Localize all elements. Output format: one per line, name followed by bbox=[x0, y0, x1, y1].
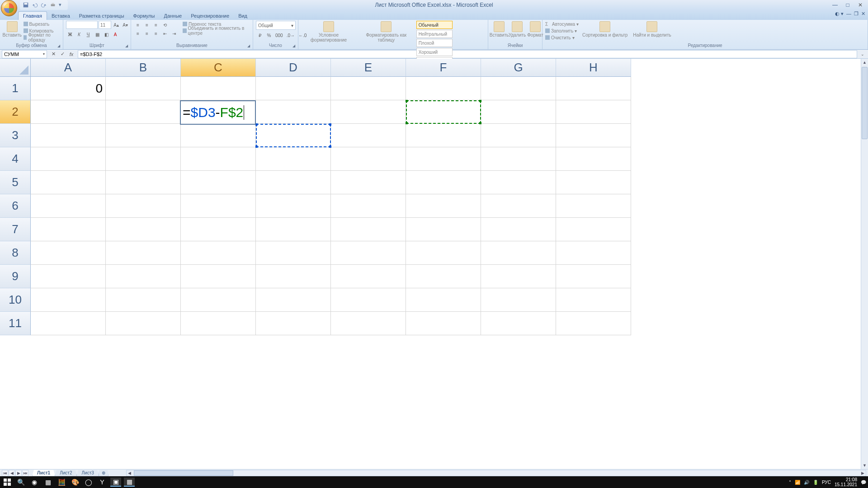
start-button[interactable] bbox=[2, 478, 13, 487]
scroll-left-button[interactable]: ◀ bbox=[127, 470, 133, 476]
taskbar-app-1[interactable]: ◉ bbox=[29, 478, 40, 487]
cell-H10[interactable] bbox=[556, 288, 631, 312]
cell-C1[interactable] bbox=[181, 77, 256, 100]
format-as-table-button[interactable]: Форматировать как таблицу bbox=[358, 21, 415, 43]
cell-H3[interactable] bbox=[556, 124, 631, 147]
cell-E4[interactable] bbox=[331, 147, 406, 171]
cell-A1[interactable]: 0 bbox=[31, 77, 106, 100]
sheet-nav-last[interactable]: ⏭ bbox=[22, 470, 28, 476]
tab-page-layout[interactable]: Разметка страницы bbox=[75, 12, 129, 20]
font-size-select[interactable]: 11 bbox=[99, 21, 111, 29]
cell-E11[interactable] bbox=[331, 312, 406, 335]
cell-A9[interactable] bbox=[31, 265, 106, 288]
cell-B1[interactable] bbox=[106, 77, 181, 100]
cell-C6[interactable] bbox=[181, 194, 256, 218]
tab-data[interactable]: Данные bbox=[159, 12, 186, 20]
insert-cells-button[interactable]: Вставить bbox=[491, 21, 507, 38]
cell-E6[interactable] bbox=[331, 194, 406, 218]
cell-G9[interactable] bbox=[481, 265, 556, 288]
percent-button[interactable]: % bbox=[265, 31, 273, 39]
cell-G2[interactable] bbox=[481, 100, 556, 124]
border-button[interactable]: ▦ bbox=[93, 30, 101, 38]
increase-decimal-button[interactable]: .0→ bbox=[285, 31, 296, 39]
row-header-3[interactable]: 3 bbox=[0, 124, 31, 147]
style-normal[interactable]: Обычный bbox=[416, 21, 453, 29]
doc-restore-button[interactable]: ❐ bbox=[854, 11, 859, 17]
cell-H4[interactable] bbox=[556, 147, 631, 171]
cell-A11[interactable] bbox=[31, 312, 106, 335]
hscroll-thumb[interactable] bbox=[134, 470, 233, 476]
merge-center-button[interactable]: Объединить и поместить в центре bbox=[183, 28, 250, 34]
style-bad[interactable]: Плохой bbox=[416, 39, 453, 47]
fill-button[interactable]: Заполнить ▾ bbox=[545, 28, 579, 34]
vertical-scrollbar[interactable]: ▲ ▼ bbox=[861, 59, 868, 469]
cell-H5[interactable] bbox=[556, 171, 631, 194]
cell-H11[interactable] bbox=[556, 312, 631, 335]
bold-button[interactable]: Ж bbox=[66, 30, 74, 38]
cell-B4[interactable] bbox=[106, 147, 181, 171]
close-button[interactable]: ✕ bbox=[854, 1, 866, 9]
tab-view[interactable]: Вид bbox=[234, 12, 252, 20]
format-painter-button[interactable]: Формат по образцу bbox=[24, 34, 60, 41]
cell-G7[interactable] bbox=[481, 218, 556, 241]
conditional-formatting-button[interactable]: Условное форматирование bbox=[301, 21, 356, 43]
style-neutral[interactable]: Нейтральный bbox=[416, 30, 453, 38]
cell-B8[interactable] bbox=[106, 241, 181, 265]
taskbar-paint[interactable]: 🎨 bbox=[70, 478, 80, 487]
currency-button[interactable]: ₽ bbox=[256, 31, 264, 39]
align-center-button[interactable]: ≡ bbox=[143, 29, 151, 38]
decrease-font-button[interactable]: A▾ bbox=[121, 21, 129, 29]
cell-C10[interactable] bbox=[181, 288, 256, 312]
cell-B11[interactable] bbox=[106, 312, 181, 335]
doc-close-button[interactable]: ✕ bbox=[861, 11, 865, 17]
cell-F9[interactable] bbox=[406, 265, 481, 288]
cell-G3[interactable] bbox=[481, 124, 556, 147]
sheet-tab-3[interactable]: Лист3 bbox=[76, 470, 99, 476]
autosum-button[interactable]: Σ Автосумма ▾ bbox=[545, 21, 579, 27]
find-select-button[interactable]: Найти и выделить bbox=[631, 21, 673, 38]
minimize-button[interactable]: — bbox=[829, 1, 841, 9]
cell-A2[interactable] bbox=[31, 100, 106, 124]
row-header-7[interactable]: 7 bbox=[0, 218, 31, 241]
cell-F7[interactable] bbox=[406, 218, 481, 241]
column-header-H[interactable]: H bbox=[556, 59, 631, 77]
cell-F3[interactable] bbox=[406, 124, 481, 147]
cell-F8[interactable] bbox=[406, 241, 481, 265]
scroll-up-button[interactable]: ▲ bbox=[861, 59, 868, 66]
cell-E8[interactable] bbox=[331, 241, 406, 265]
indent-decrease-button[interactable]: ⇤ bbox=[161, 29, 169, 38]
cell-C11[interactable] bbox=[181, 312, 256, 335]
cell-A3[interactable] bbox=[31, 124, 106, 147]
cell-E1[interactable] bbox=[331, 77, 406, 100]
sheet-nav-next[interactable]: ▶ bbox=[15, 470, 22, 476]
cell-D1[interactable] bbox=[256, 77, 331, 100]
search-button[interactable]: 🔍 bbox=[15, 478, 26, 487]
cell-F11[interactable] bbox=[406, 312, 481, 335]
cell-D3[interactable] bbox=[256, 124, 331, 147]
cell-G4[interactable] bbox=[481, 147, 556, 171]
column-header-C[interactable]: C bbox=[181, 59, 256, 77]
cell-C9[interactable] bbox=[181, 265, 256, 288]
row-header-1[interactable]: 1 bbox=[0, 77, 31, 100]
cell-H6[interactable] bbox=[556, 194, 631, 218]
active-cell-editor[interactable]: =$D3-F$2 bbox=[180, 100, 256, 125]
cell-A5[interactable] bbox=[31, 171, 106, 194]
tray-wifi-icon[interactable]: 📶 bbox=[795, 480, 800, 485]
cell-D2[interactable] bbox=[256, 100, 331, 124]
row-header-2[interactable]: 2 bbox=[0, 100, 31, 124]
cell-C4[interactable] bbox=[181, 147, 256, 171]
clear-button[interactable]: Очистить ▾ bbox=[545, 34, 579, 41]
undo-icon[interactable] bbox=[32, 2, 38, 8]
paste-button[interactable]: Вставить bbox=[3, 21, 22, 38]
tab-insert[interactable]: Вставка bbox=[47, 12, 75, 20]
cell-A6[interactable] bbox=[31, 194, 106, 218]
maximize-button[interactable]: □ bbox=[842, 1, 854, 9]
cell-G1[interactable] bbox=[481, 77, 556, 100]
cell-F5[interactable] bbox=[406, 171, 481, 194]
font-launcher[interactable]: ◢ bbox=[125, 44, 130, 48]
align-top-button[interactable]: ≡ bbox=[134, 21, 142, 29]
tray-volume-icon[interactable]: 🔊 bbox=[804, 480, 809, 485]
cell-G10[interactable] bbox=[481, 288, 556, 312]
orientation-button[interactable]: ⟲ bbox=[161, 21, 169, 29]
cell-H1[interactable] bbox=[556, 77, 631, 100]
